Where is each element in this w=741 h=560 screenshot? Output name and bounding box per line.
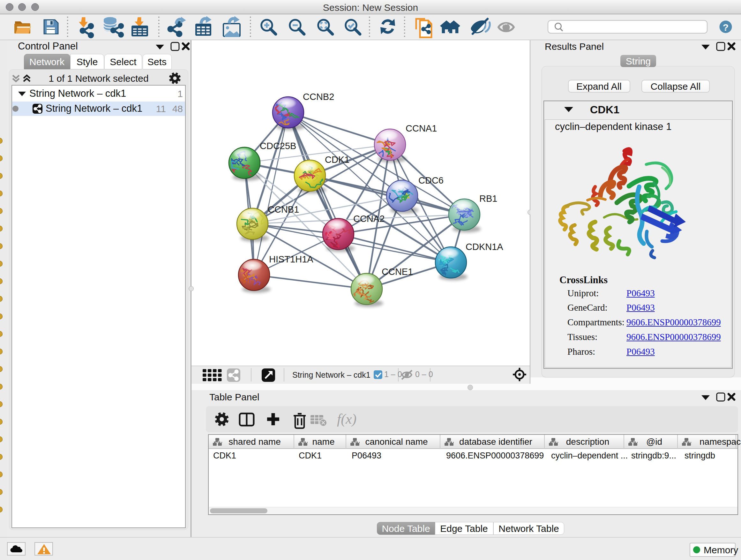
svg-text:CDC25B: CDC25B — [260, 141, 296, 151]
svg-text:CDKN1A: CDKN1A — [466, 242, 503, 252]
svg-text:CCNB2: CCNB2 — [303, 91, 334, 102]
svg-text:CCNA1: CCNA1 — [406, 123, 437, 133]
svg-text:CCNA2: CCNA2 — [353, 213, 385, 224]
svg-text:RB1: RB1 — [479, 193, 497, 204]
svg-text:?: ? — [723, 22, 729, 33]
svg-text:CCNB1: CCNB1 — [268, 204, 299, 214]
svg-text:CCNE1: CCNE1 — [382, 266, 413, 277]
svg-text:CDC6: CDC6 — [418, 175, 444, 186]
svg-text:CDK1: CDK1 — [325, 154, 349, 165]
svg-text:HIST1H1A: HIST1H1A — [269, 254, 313, 264]
